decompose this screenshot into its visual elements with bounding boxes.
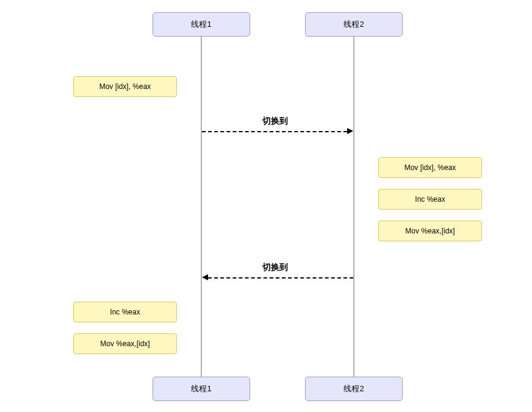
note-text: Mov [idx], %eax	[99, 82, 151, 91]
note-thread2-mov-load: Mov [idx], %eax	[378, 157, 482, 178]
arrowhead-right-icon	[347, 128, 353, 134]
participant-thread2-bottom: 线程2	[305, 377, 403, 401]
note-text: Mov %eax,[idx]	[405, 227, 455, 235]
participant-thread2-top: 线程2	[305, 12, 403, 37]
note-thread1-mov-load: Mov [idx], %eax	[73, 76, 177, 97]
participant-thread1-bottom: 线程1	[153, 377, 250, 401]
note-thread1-mov-store: Mov %eax,[idx]	[73, 333, 177, 354]
message-arrow-2	[208, 277, 353, 279]
message-arrow-1	[202, 131, 347, 132]
message-label-switch-1: 切换到	[262, 116, 288, 127]
note-text: Mov %eax,[idx]	[100, 339, 149, 348]
participant-label: 线程1	[191, 383, 211, 394]
note-thread2-mov-store: Mov %eax,[idx]	[378, 221, 482, 241]
lifeline-thread2	[353, 37, 354, 377]
participant-label: 线程2	[343, 383, 364, 394]
note-thread1-inc: Inc %eax	[73, 302, 177, 322]
lifeline-thread1	[201, 37, 202, 377]
note-text: Inc %eax	[415, 195, 445, 204]
participant-label: 线程1	[191, 19, 211, 30]
note-text: Inc %eax	[110, 308, 140, 316]
sequence-diagram: 线程1 线程2 Mov [idx], %eax 切换到 Mov [idx], %…	[0, 0, 532, 412]
note-text: Mov [idx], %eax	[404, 163, 456, 172]
arrowhead-left-icon	[202, 274, 208, 280]
participant-thread1-top: 线程1	[153, 12, 250, 37]
participant-label: 线程2	[343, 19, 364, 30]
message-label-switch-2: 切换到	[262, 262, 288, 273]
note-thread2-inc: Inc %eax	[378, 189, 482, 210]
